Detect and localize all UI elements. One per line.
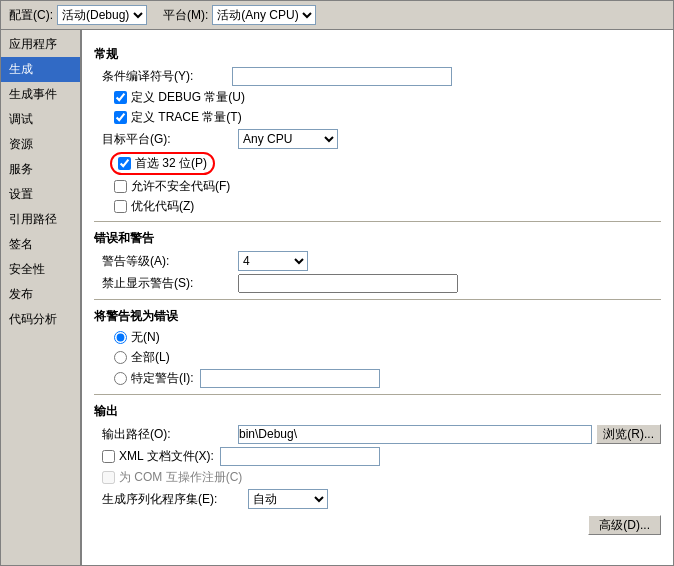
suppress-warn-label: 禁止显示警告(S): [102,275,232,292]
warn-none-radio[interactable] [114,331,127,344]
warn-none-row: 无(N) [94,329,661,346]
com-interop-row: 为 COM 互操作注册(C) [94,469,661,486]
panel: 常规 条件编译符号(Y): 定义 DEBUG 常量(U) 定义 TRACE 常量… [81,30,673,565]
sidebar: 应用程序 生成 生成事件 调试 资源 服务 设置 引用路径 签名 安全性 发布 … [1,30,81,565]
errors-header: 错误和警告 [94,230,661,247]
allow-unsafe-checkbox[interactable] [114,180,127,193]
output-path-row: 输出路径(O): 浏览(R)... [94,424,661,444]
xml-docs-checkbox[interactable] [102,450,115,463]
warn-level-select[interactable]: 01234 [238,251,308,271]
errors-section: 错误和警告 警告等级(A): 01234 禁止显示警告(S): [94,230,661,293]
config-label: 配置(C): [9,7,53,24]
config-item: 配置(C): 活动(Debug)DebugRelease [9,5,147,25]
serialization-select[interactable]: 自动开关 [248,489,328,509]
general-section: 常规 条件编译符号(Y): 定义 DEBUG 常量(U) 定义 TRACE 常量… [94,46,661,215]
treat-warnings-header: 将警告视为错误 [94,308,661,325]
general-header: 常规 [94,46,661,63]
xml-docs-input[interactable] [220,447,380,466]
platform-label: 平台(M): [163,7,208,24]
xml-docs-row: XML 文档文件(X): [94,447,661,466]
allow-unsafe-row: 允许不安全代码(F) [94,178,661,195]
define-trace-row: 定义 TRACE 常量(T) [94,109,661,126]
warn-level-label: 警告等级(A): [102,253,232,270]
optimize-label: 优化代码(Z) [131,198,194,215]
xml-docs-label: XML 文档文件(X): [119,448,214,465]
main-window: 配置(C): 活动(Debug)DebugRelease 平台(M): 活动(A… [0,0,674,566]
define-debug-label: 定义 DEBUG 常量(U) [131,89,245,106]
platform-item: 平台(M): 活动(Any CPU)Any CPUx86x64 [163,5,316,25]
sidebar-item-codeanalysis[interactable]: 代码分析 [1,307,80,332]
warn-none-label: 无(N) [131,329,160,346]
divider-2 [94,299,661,300]
conditional-label: 条件编译符号(Y): [102,68,232,85]
sidebar-item-settings[interactable]: 设置 [1,182,80,207]
topbar: 配置(C): 活动(Debug)DebugRelease 平台(M): 活动(A… [1,1,673,30]
target-platform-select[interactable]: Any CPUx86x64 [238,129,338,149]
config-select[interactable]: 活动(Debug)DebugRelease [57,5,147,25]
sidebar-item-refpath[interactable]: 引用路径 [1,207,80,232]
com-interop-label: 为 COM 互操作注册(C) [119,469,242,486]
prefer32-highlight: 首选 32 位(P) [110,152,215,175]
define-trace-label: 定义 TRACE 常量(T) [131,109,242,126]
suppress-warn-row: 禁止显示警告(S): [94,274,661,293]
sidebar-item-events[interactable]: 生成事件 [1,82,80,107]
prefer32-checkbox[interactable] [118,157,131,170]
target-platform-row: 目标平台(G): Any CPUx86x64 [94,129,661,149]
warn-specific-radio[interactable] [114,372,127,385]
target-platform-label: 目标平台(G): [102,131,232,148]
warn-specific-label: 特定警告(I): [131,370,194,387]
optimize-checkbox[interactable] [114,200,127,213]
define-debug-checkbox[interactable] [114,91,127,104]
sidebar-item-resources[interactable]: 资源 [1,132,80,157]
warn-level-row: 警告等级(A): 01234 [94,251,661,271]
define-trace-checkbox[interactable] [114,111,127,124]
optimize-row: 优化代码(Z) [94,198,661,215]
main-content: 应用程序 生成 生成事件 调试 资源 服务 设置 引用路径 签名 安全性 发布 … [1,30,673,565]
divider-3 [94,394,661,395]
divider-1 [94,221,661,222]
warn-specific-input[interactable] [200,369,380,388]
serialization-label: 生成序列化程序集(E): [102,491,242,508]
warn-specific-row: 特定警告(I): [94,369,661,388]
sidebar-item-debug[interactable]: 调试 [1,107,80,132]
output-path-label: 输出路径(O): [102,426,232,443]
sidebar-item-services[interactable]: 服务 [1,157,80,182]
allow-unsafe-label: 允许不安全代码(F) [131,178,230,195]
warn-all-radio[interactable] [114,351,127,364]
sidebar-item-publish[interactable]: 发布 [1,282,80,307]
prefer32-label: 首选 32 位(P) [135,155,207,172]
sidebar-item-app[interactable]: 应用程序 [1,32,80,57]
warn-all-row: 全部(L) [94,349,661,366]
define-debug-row: 定义 DEBUG 常量(U) [94,89,661,106]
prefer32-row: 首选 32 位(P) [94,152,661,175]
browse-button[interactable]: 浏览(R)... [596,424,661,444]
output-path-input[interactable] [238,425,592,444]
output-header: 输出 [94,403,661,420]
sidebar-item-signing[interactable]: 签名 [1,232,80,257]
conditional-row: 条件编译符号(Y): [94,67,661,86]
com-interop-checkbox[interactable] [102,471,115,484]
warn-all-label: 全部(L) [131,349,170,366]
suppress-warn-input[interactable] [238,274,458,293]
output-section: 输出 输出路径(O): 浏览(R)... XML 文档文件(X): 为 COM … [94,403,661,509]
serialization-row: 生成序列化程序集(E): 自动开关 [94,489,661,509]
advanced-bar: 高级(D)... [94,515,661,535]
sidebar-item-security[interactable]: 安全性 [1,257,80,282]
platform-select[interactable]: 活动(Any CPU)Any CPUx86x64 [212,5,316,25]
treat-warnings-section: 将警告视为错误 无(N) 全部(L) 特定警告(I): [94,308,661,388]
advanced-button[interactable]: 高级(D)... [588,515,661,535]
conditional-input[interactable] [232,67,452,86]
sidebar-item-build[interactable]: 生成 [1,57,80,82]
